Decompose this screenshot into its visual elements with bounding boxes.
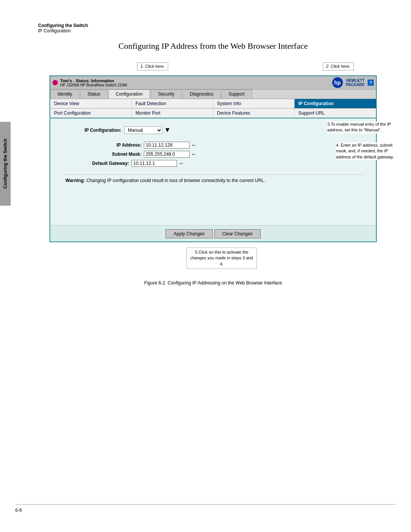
default-gateway-row: Default Gateway: ← (92, 160, 365, 167)
sub-menu-row2: Port Configuration Monitor Port Device F… (50, 109, 376, 118)
tab-diagnostics[interactable]: Diagnostics (182, 89, 220, 99)
subnet-mask-input[interactable] (144, 151, 190, 158)
content-area: IP Configuration: Manual DHCP BOOTP ▼ IP… (50, 118, 376, 225)
submenu-support-url[interactable]: Support URL (295, 109, 376, 118)
annotation-step3: 3.To enable manual entry of the IP addre… (327, 121, 394, 133)
ip-address-label: IP Address: (92, 142, 142, 148)
gateway-arrow: ← (178, 160, 185, 167)
warning-text: Changing IP configuration could result i… (86, 178, 265, 183)
form-fields: IP Address: ← Subnet Mask: ← Default Gat… (92, 142, 365, 167)
subnet-mask-label: Subnet Mask: (92, 152, 142, 157)
submenu-device-features[interactable]: Device Features (213, 109, 295, 118)
figure-caption: Figure 6-2. Configuring IP Addressing on… (38, 280, 388, 286)
browser-subtitle: HP J3299A HP BrandNew Switch 224M (60, 83, 127, 87)
ip-address-input[interactable] (144, 142, 190, 149)
breadcrumb-sub: IP Configuration (38, 28, 388, 34)
button-row: Apply Changes Clear Changes (50, 225, 376, 241)
ip-config-select[interactable]: Manual DHCP BOOTP (124, 126, 162, 134)
breadcrumb: Configuring the Switch IP Configuration (38, 23, 388, 34)
page-number: 6-6 (15, 508, 396, 513)
annotation-step4: 4. Enter an IP address, subnet mask, and… (336, 142, 394, 160)
annotation-step5: 5.Click on this to activate the changes … (186, 248, 257, 269)
annotation-step4-line2: mask, and, if needed, the IP (336, 148, 394, 154)
side-tab: Configuring the Switch (0, 122, 11, 206)
bottom-rule (15, 504, 396, 505)
nav-tabs: Identity Status Configuration Security D… (50, 89, 376, 99)
submenu-system-info[interactable]: System Info (213, 99, 295, 108)
tab-security[interactable]: Security (151, 89, 182, 99)
browser-icon (53, 80, 58, 85)
sub-menu-row1: Device View Fault Detection System Info … (50, 99, 376, 109)
browser-titlebar-right: hp HEWLETT PACKARD ? (332, 77, 374, 88)
annotation-step4-line3: address of the default gateway. (336, 154, 394, 160)
subnet-mask-row: Subnet Mask: ← (92, 151, 365, 158)
annotation-step3-text: 3.To enable manual entry of the IP addre… (327, 122, 391, 132)
ip-arrow: ← (191, 142, 197, 149)
step1-label: 1. Click here. (137, 62, 168, 70)
side-tab-label: Configuring the Switch (3, 139, 8, 189)
default-gateway-input[interactable] (131, 160, 177, 167)
submenu-fault-detection[interactable]: Fault Detection (132, 99, 213, 108)
tab-identity[interactable]: Identity (50, 89, 80, 99)
submenu-port-configuration[interactable]: Port Configuration (50, 109, 132, 118)
hp-brand: HEWLETT PACKARD (346, 78, 365, 87)
ip-address-row: IP Address: ← (92, 142, 365, 149)
dropdown-arrow: ▼ (164, 126, 171, 134)
browser-window: Tom's - Status: Information HP J3299A HP… (49, 75, 377, 242)
breadcrumb-bold: Configuring the Switch (38, 23, 388, 28)
submenu-ip-configuration[interactable]: IP Configuration (295, 99, 376, 108)
default-gateway-label: Default Gateway: (92, 161, 129, 166)
page-title: Configuring IP Address from the Web Brow… (38, 41, 388, 51)
tab-status[interactable]: Status (80, 89, 108, 99)
help-button[interactable]: ? (368, 80, 374, 86)
browser-title: Tom's - Status: Information (60, 78, 127, 83)
subnet-arrow: ← (191, 151, 197, 158)
ip-config-label: IP Configuration: (84, 128, 121, 133)
annotation-step4-line1: 4. Enter an IP address, subnet (336, 142, 394, 148)
submenu-monitor-port[interactable]: Monitor Port (132, 109, 213, 118)
browser-title-left: Tom's - Status: Information HP J3299A HP… (53, 78, 127, 87)
apply-changes-button[interactable]: Apply Changes (166, 229, 212, 238)
browser-titlebar: Tom's - Status: Information HP J3299A HP… (50, 76, 376, 89)
tab-support[interactable]: Support (221, 89, 252, 99)
ip-config-row: IP Configuration: Manual DHCP BOOTP ▼ (84, 126, 365, 134)
tab-configuration[interactable]: Configuration (108, 89, 150, 99)
step2-label: 2. Click here. (323, 62, 354, 70)
hp-logo: hp (332, 77, 343, 88)
clear-changes-button[interactable]: Clear Changes (214, 229, 261, 238)
warning-section: Warning: Changing IP configuration could… (62, 174, 365, 186)
diagram-area: 1. Click here. 2. Click here. Tom's - St… (38, 62, 388, 273)
warning-bold: Warning: (65, 178, 85, 183)
submenu-device-view[interactable]: Device View (50, 99, 132, 108)
annotation-step5-text: 5.Click on this to activate the changes … (190, 250, 253, 266)
